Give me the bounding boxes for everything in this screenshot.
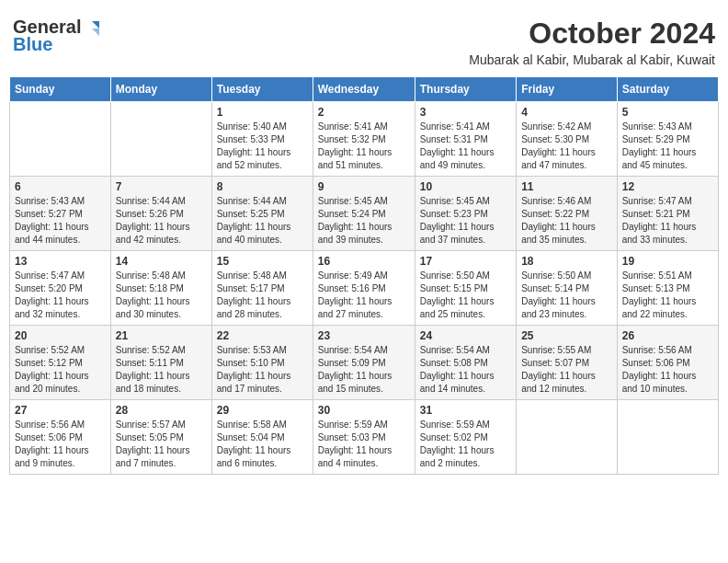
calendar-cell: 31Sunrise: 5:59 AMSunset: 5:02 PMDayligh… [415,400,516,475]
calendar-cell: 23Sunrise: 5:54 AMSunset: 5:09 PMDayligh… [313,326,415,400]
day-info: Sunrise: 5:49 AMSunset: 5:16 PMDaylight:… [318,270,410,321]
day-info: Sunrise: 5:50 AMSunset: 5:15 PMDaylight:… [420,270,511,321]
calendar-cell [110,102,211,177]
day-number: 14 [116,255,207,268]
calendar-cell: 22Sunrise: 5:53 AMSunset: 5:10 PMDayligh… [211,326,313,400]
calendar-cell [10,102,111,177]
day-info: Sunrise: 5:51 AMSunset: 5:13 PMDaylight:… [622,270,713,321]
day-number: 19 [622,255,713,268]
day-number: 15 [217,255,308,268]
calendar-cell: 27Sunrise: 5:56 AMSunset: 5:06 PMDayligh… [10,400,111,475]
day-number: 25 [521,329,612,342]
day-number: 20 [15,329,106,342]
day-info: Sunrise: 5:56 AMSunset: 5:06 PMDaylight:… [15,419,106,470]
day-info: Sunrise: 5:59 AMSunset: 5:03 PMDaylight:… [318,419,410,470]
day-info: Sunrise: 5:43 AMSunset: 5:27 PMDaylight:… [15,195,106,247]
day-info: Sunrise: 5:46 AMSunset: 5:22 PMDaylight:… [521,195,612,247]
calendar-cell: 14Sunrise: 5:48 AMSunset: 5:18 PMDayligh… [110,251,211,326]
day-number: 3 [420,106,511,119]
day-info: Sunrise: 5:52 AMSunset: 5:12 PMDaylight:… [15,344,106,396]
day-number: 29 [217,404,308,417]
calendar-cell: 4Sunrise: 5:42 AMSunset: 5:30 PMDaylight… [517,102,618,177]
day-info: Sunrise: 5:48 AMSunset: 5:17 PMDaylight:… [217,270,308,321]
day-number: 23 [318,329,410,342]
calendar-table: SundayMondayTuesdayWednesdayThursdayFrid… [9,76,719,475]
calendar-cell: 13Sunrise: 5:47 AMSunset: 5:20 PMDayligh… [10,251,111,326]
calendar-cell: 16Sunrise: 5:49 AMSunset: 5:16 PMDayligh… [313,251,415,326]
day-number: 11 [521,180,612,193]
svg-marker-1 [92,29,99,36]
day-number: 5 [622,106,713,119]
calendar-cell: 8Sunrise: 5:44 AMSunset: 5:25 PMDaylight… [211,177,313,251]
day-info: Sunrise: 5:54 AMSunset: 5:08 PMDaylight:… [420,344,511,396]
day-info: Sunrise: 5:52 AMSunset: 5:11 PMDaylight:… [116,344,207,396]
day-header-monday: Monday [110,77,211,102]
day-number: 27 [15,404,106,417]
day-info: Sunrise: 5:47 AMSunset: 5:21 PMDaylight:… [622,195,713,247]
day-number: 9 [318,180,410,193]
day-info: Sunrise: 5:55 AMSunset: 5:07 PMDaylight:… [521,344,612,396]
calendar-cell: 10Sunrise: 5:45 AMSunset: 5:23 PMDayligh… [415,177,516,251]
day-info: Sunrise: 5:54 AMSunset: 5:09 PMDaylight:… [318,344,410,396]
week-row-1: 1Sunrise: 5:40 AMSunset: 5:33 PMDaylight… [10,102,719,177]
calendar-cell [617,400,718,475]
day-header-sunday: Sunday [10,77,111,102]
calendar-cell: 9Sunrise: 5:45 AMSunset: 5:24 PMDaylight… [313,177,415,251]
day-number: 30 [318,404,410,417]
day-info: Sunrise: 5:40 AMSunset: 5:33 PMDaylight:… [217,121,308,172]
calendar-cell: 2Sunrise: 5:41 AMSunset: 5:32 PMDaylight… [313,102,415,177]
calendar-cell: 29Sunrise: 5:58 AMSunset: 5:04 PMDayligh… [211,400,313,475]
calendar-cell: 25Sunrise: 5:55 AMSunset: 5:07 PMDayligh… [517,326,618,400]
day-info: Sunrise: 5:44 AMSunset: 5:25 PMDaylight:… [217,195,308,247]
calendar-cell [517,400,618,475]
svg-marker-0 [92,21,99,29]
title-area: October 2024 Mubarak al Kabir, Mubarak a… [469,17,715,67]
day-header-tuesday: Tuesday [211,77,313,102]
calendar-cell: 5Sunrise: 5:43 AMSunset: 5:29 PMDaylight… [617,102,718,177]
week-row-2: 6Sunrise: 5:43 AMSunset: 5:27 PMDaylight… [10,177,719,251]
calendar-cell: 20Sunrise: 5:52 AMSunset: 5:12 PMDayligh… [10,326,111,400]
day-header-friday: Friday [517,77,618,102]
day-info: Sunrise: 5:56 AMSunset: 5:06 PMDaylight:… [622,344,713,396]
calendar-cell: 28Sunrise: 5:57 AMSunset: 5:05 PMDayligh… [110,400,211,475]
day-info: Sunrise: 5:41 AMSunset: 5:32 PMDaylight:… [318,121,410,172]
calendar-cell: 15Sunrise: 5:48 AMSunset: 5:17 PMDayligh… [211,251,313,326]
day-number: 1 [217,106,308,119]
day-info: Sunrise: 5:41 AMSunset: 5:31 PMDaylight:… [420,121,511,172]
day-number: 8 [217,180,308,193]
calendar-cell: 6Sunrise: 5:43 AMSunset: 5:27 PMDaylight… [10,177,111,251]
day-number: 12 [622,180,713,193]
day-info: Sunrise: 5:50 AMSunset: 5:14 PMDaylight:… [521,270,612,321]
day-number: 24 [420,329,511,342]
day-number: 4 [521,106,612,119]
day-info: Sunrise: 5:44 AMSunset: 5:26 PMDaylight:… [116,195,207,247]
month-title: October 2024 [469,17,715,51]
day-number: 10 [420,180,511,193]
calendar-cell: 3Sunrise: 5:41 AMSunset: 5:31 PMDaylight… [415,102,516,177]
days-header-row: SundayMondayTuesdayWednesdayThursdayFrid… [10,77,719,102]
calendar-cell: 18Sunrise: 5:50 AMSunset: 5:14 PMDayligh… [517,251,618,326]
day-number: 16 [318,255,410,268]
logo: General Blue [13,17,99,55]
day-info: Sunrise: 5:43 AMSunset: 5:29 PMDaylight:… [622,121,713,172]
logo-icon [83,19,99,36]
day-info: Sunrise: 5:45 AMSunset: 5:23 PMDaylight:… [420,195,511,247]
day-info: Sunrise: 5:45 AMSunset: 5:24 PMDaylight:… [318,195,410,247]
calendar-cell: 17Sunrise: 5:50 AMSunset: 5:15 PMDayligh… [415,251,516,326]
day-number: 2 [318,106,410,119]
day-info: Sunrise: 5:53 AMSunset: 5:10 PMDaylight:… [217,344,308,396]
calendar-cell: 7Sunrise: 5:44 AMSunset: 5:26 PMDaylight… [110,177,211,251]
day-number: 7 [116,180,207,193]
day-header-thursday: Thursday [415,77,516,102]
day-number: 17 [420,255,511,268]
calendar-cell: 21Sunrise: 5:52 AMSunset: 5:11 PMDayligh… [110,326,211,400]
day-header-wednesday: Wednesday [313,77,415,102]
calendar-cell: 30Sunrise: 5:59 AMSunset: 5:03 PMDayligh… [313,400,415,475]
day-number: 28 [116,404,207,417]
week-row-5: 27Sunrise: 5:56 AMSunset: 5:06 PMDayligh… [10,400,719,475]
calendar-cell: 24Sunrise: 5:54 AMSunset: 5:08 PMDayligh… [415,326,516,400]
day-info: Sunrise: 5:48 AMSunset: 5:18 PMDaylight:… [116,270,207,321]
day-info: Sunrise: 5:47 AMSunset: 5:20 PMDaylight:… [15,270,106,321]
day-info: Sunrise: 5:42 AMSunset: 5:30 PMDaylight:… [521,121,612,172]
day-info: Sunrise: 5:58 AMSunset: 5:04 PMDaylight:… [217,419,308,470]
